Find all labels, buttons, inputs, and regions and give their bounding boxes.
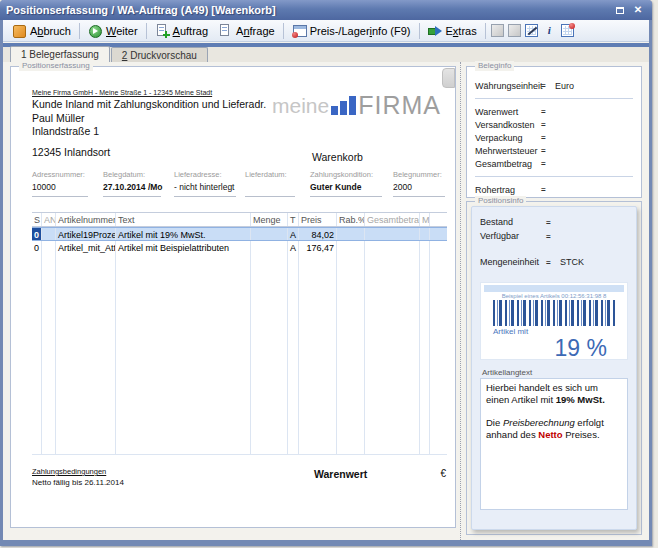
address-line: Paul Müller [32,112,85,124]
table-row[interactable]: 0 Artikel19Prozent Artikel mit 19% MwSt.… [32,227,447,241]
toolbar-separator [146,23,147,39]
table-row[interactable]: 0 Artikel_mit_Attribu Artikel mit Beispi… [32,241,447,254]
view-1-icon [491,24,504,37]
article-longtext: Hierbei handelt es sich um einen Artikel… [480,378,628,510]
equals-sign: = [546,258,560,267]
price-stock-info-label: Preis-/Lagerinfo (F9) [310,25,411,37]
restore-button[interactable] [612,3,628,17]
equals-sign: = [546,218,560,227]
field-belegnummer[interactable]: Belegnummer: 2000 [393,170,445,197]
info-row-bestand: Bestand= [480,215,628,229]
inquiry-button[interactable]: Anfrage [213,22,280,39]
logo-text-right: FIRMA [358,95,441,116]
next-button[interactable]: Weiter [83,22,143,39]
divider [475,98,633,99]
field-lieferdatum[interactable]: Lieferdatum: [245,170,295,197]
next-icon [88,24,102,37]
price-stock-info-icon [292,24,306,37]
info-row-verpackung: Verpackung= [475,131,633,144]
logo-bars-icon [331,96,356,115]
content-area: Positionserfassung Meine Firma GmbH - Me… [3,62,649,540]
positionserfassung-group-label: Positionserfassung [19,61,93,71]
grid-new-button[interactable] [560,23,575,38]
toolbar: Abbruch Weiter Auftrag Anfrage Preis-/La… [3,20,649,42]
order-button[interactable]: Auftrag [150,22,213,39]
price-stock-info-button[interactable]: Preis-/Lagerinfo (F9) [287,22,416,39]
positionsinfo-panel: Bestand= Verfügbar= Mengeneinheit=STCK B… [471,206,637,530]
address-line: Kunde Inland mit Zahlungskondition und L… [32,98,266,110]
equals-sign: = [541,146,555,155]
extras-button[interactable]: Extras [423,22,482,39]
tab-druckvorschau[interactable]: 2 Druckvorschau [111,47,208,62]
positionsinfo-group-label: Positionsinfo [475,196,526,206]
image-caption: Beispiel eines Artikels 00:12:56:31:98 8 [481,293,627,299]
payment-terms-title: Zahlungsbedingungen [32,467,124,476]
field-adressnummer[interactable]: Adressnummer: 10000 [32,170,88,197]
currency-symbol: € [440,468,446,479]
toolbar-separator [485,23,486,39]
inquiry-label: Anfrage [236,25,275,37]
panel-splitter[interactable] [460,62,461,540]
field-zahlungskondition[interactable]: Zahlungskondition: Guter Kunde [310,170,382,197]
info-row-rohertrag: Rohertrag= [475,183,633,196]
view-toggle-1-button[interactable] [490,23,505,38]
toolbar-separator [283,23,284,39]
extras-icon [428,24,442,37]
image-header-band [484,285,624,292]
grid-edit-button[interactable] [524,23,539,38]
field-belegdatum[interactable]: Belegdatum: 27.10.2014 /Mo [103,170,161,197]
equals-sign: = [541,107,555,116]
barcode-icon [493,300,615,326]
address-line: 12345 Inlandsort [32,146,110,158]
grid-edit-icon [525,24,538,37]
info-row-mehrwertsteuer: Mehrwertsteuer= [475,144,633,157]
info-row-mengeneinheit: Mengeneinheit=STCK [480,255,628,269]
sender-line: Meine Firma GmbH - Meine Straße 1 - 1234… [32,89,212,96]
view-2-icon [508,24,521,37]
tab-bar: 1 Belegerfassung 2 Druckvorschau [3,47,649,62]
langtext-label: Artikellangtext [482,368,628,377]
order-icon [155,24,169,37]
field-lieferadresse[interactable]: Lieferadresse: - nicht hinterlegt [174,170,236,197]
inquiry-icon [218,24,232,37]
info-row-verfuegbar: Verfügbar= [480,229,628,243]
view-toggle-2-button[interactable] [507,23,522,38]
info-icon: i [548,25,551,36]
document-type-title: Warenkorb [312,151,363,163]
address-line: Inlandstraße 1 [32,125,99,137]
positionserfassung-group: Positionserfassung Meine Firma GmbH - Me… [10,66,456,528]
info-row-gesamtbetrag: Gesamtbetrag= [475,157,633,170]
close-icon: ✕ [634,5,642,15]
beleginfo-group: Beleginfo Währungseinheit=Euro Warenwert… [466,66,642,198]
equals-sign: = [541,185,555,194]
payment-terms-text: Netto fällig bis 26.11.2014 [32,478,124,487]
equals-sign: = [541,81,555,90]
divider [475,176,633,177]
abort-button[interactable]: Abbruch [7,22,76,39]
logo-text-left: meine [272,96,329,116]
abort-label: Abbruch [30,25,71,37]
toolbar-separator [79,23,80,39]
equals-sign: = [541,120,555,129]
abort-icon [12,24,26,37]
order-label: Auftrag [173,25,208,37]
equals-sign: = [541,133,555,142]
scroll-thumb[interactable] [442,68,455,88]
info-row-warenwert: Warenwert= [475,105,633,118]
image-percent-text: 19 % [481,336,607,360]
titlebar[interactable]: Positionserfassung / WA-Auftrag (A49) [W… [0,0,652,20]
total-label: Warenwert [314,468,367,480]
positions-table: S AN Artikelnummer Text Menge T Preis Ra… [32,212,447,455]
positionsinfo-group: Positionsinfo Bestand= Verfügbar= Mengen… [466,201,642,535]
equals-sign: = [546,232,560,241]
tab-belegerfassung[interactable]: 1 Belegerfassung [10,46,110,62]
company-logo: meine FIRMA [272,95,441,116]
extras-label: Extras [446,25,477,37]
empty-grid-area [32,254,447,455]
info-row-versandkosten: Versandkosten= [475,118,633,131]
toolbar-separator [419,23,420,39]
payment-terms: Zahlungsbedingungen Netto fällig bis 26.… [32,467,124,487]
equals-sign: = [541,159,555,168]
close-button[interactable]: ✕ [630,3,646,17]
info-button[interactable]: i [541,22,558,39]
